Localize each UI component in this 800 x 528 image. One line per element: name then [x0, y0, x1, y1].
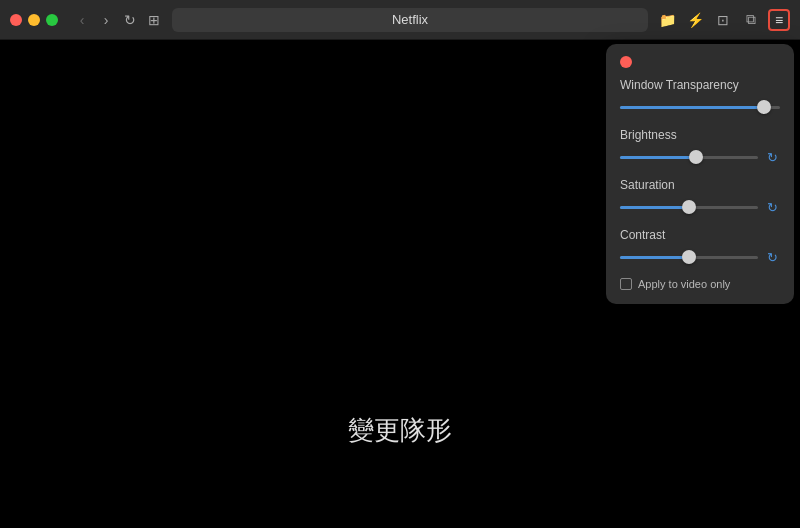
url-bar[interactable]: Netflix [172, 8, 648, 32]
brightness-label: Brightness [620, 128, 780, 142]
window-transparency-label: Window Transparency [620, 78, 780, 92]
contrast-fill [620, 256, 689, 259]
brightness-slider-container [620, 148, 758, 166]
brightness-row: ↻ [620, 148, 780, 166]
panel-close-button[interactable] [620, 56, 632, 68]
contrast-slider-container [620, 248, 758, 266]
settings-panel: Window Transparency Brightness [606, 44, 794, 304]
window-transparency-section: Window Transparency [620, 78, 780, 116]
page-title: Netflix [392, 12, 428, 27]
window-transparency-fill [620, 106, 764, 109]
boost-icon[interactable]: ⚡ [684, 9, 706, 31]
saturation-slider-container [620, 198, 758, 216]
nav-buttons: ‹ › ↻ ⊞ [72, 12, 164, 28]
window-transparency-slider-container [620, 98, 780, 116]
apply-row: Apply to video only [620, 278, 780, 290]
saturation-thumb[interactable] [682, 200, 696, 214]
saturation-section: Saturation ↻ [620, 178, 780, 216]
window-transparency-thumb[interactable] [757, 100, 771, 114]
saturation-reset-icon[interactable]: ↻ [764, 200, 780, 215]
saturation-track [620, 206, 758, 209]
saturation-fill [620, 206, 689, 209]
saturation-row: ↻ [620, 198, 780, 216]
brightness-reset-icon[interactable]: ↻ [764, 150, 780, 165]
window-transparency-track [620, 106, 780, 109]
contrast-section: Contrast ↻ [620, 228, 780, 266]
apply-label: Apply to video only [638, 278, 730, 290]
menu-icon[interactable]: ≡ [768, 9, 790, 31]
saturation-label: Saturation [620, 178, 780, 192]
brightness-thumb[interactable] [689, 150, 703, 164]
brightness-section: Brightness ↻ [620, 128, 780, 166]
window-transparency-row [620, 98, 780, 116]
brightness-track [620, 156, 758, 159]
back-button[interactable]: ‹ [72, 12, 92, 28]
traffic-lights [10, 14, 58, 26]
apply-checkbox[interactable] [620, 278, 632, 290]
contrast-thumb[interactable] [682, 250, 696, 264]
brightness-fill [620, 156, 696, 159]
forward-button[interactable]: › [96, 12, 116, 28]
maximize-button[interactable] [46, 14, 58, 26]
minimize-button[interactable] [28, 14, 40, 26]
subtitle-text: 變更隊形 [348, 413, 452, 448]
grid-button[interactable]: ⊞ [144, 12, 164, 28]
browser-chrome: ‹ › ↻ ⊞ Netflix 📁 ⚡ ⊡ ⧉ ≡ [0, 0, 800, 40]
toolbar-right: 📁 ⚡ ⊡ ⧉ ≡ [656, 9, 790, 31]
contrast-label: Contrast [620, 228, 780, 242]
reload-button[interactable]: ↻ [120, 12, 140, 28]
contrast-row: ↻ [620, 248, 780, 266]
folder-icon[interactable]: 📁 [656, 9, 678, 31]
contrast-track [620, 256, 758, 259]
close-button[interactable] [10, 14, 22, 26]
pip-icon[interactable]: ⧉ [740, 9, 762, 31]
screen-icon[interactable]: ⊡ [712, 9, 734, 31]
main-content: 變更隊形 Window Transparency Brightness [0, 40, 800, 528]
contrast-reset-icon[interactable]: ↻ [764, 250, 780, 265]
